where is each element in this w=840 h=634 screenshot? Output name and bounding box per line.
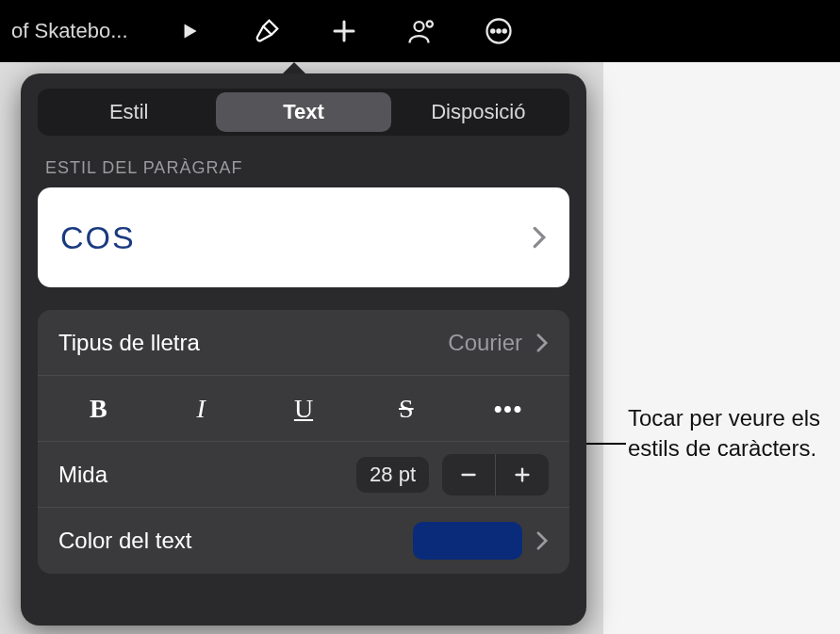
app-toolbar: of Skatebo... [0, 0, 840, 62]
bold-button[interactable]: B [47, 386, 150, 431]
text-color-row[interactable]: Color del text [38, 508, 569, 574]
size-stepper [442, 454, 549, 496]
chevron-right-icon [532, 225, 547, 250]
play-icon[interactable] [173, 15, 206, 47]
paragraph-style-name: COS [60, 219, 136, 256]
font-row[interactable]: Tipus de lletra Courier [38, 310, 569, 376]
italic-button[interactable]: I [150, 386, 253, 431]
svg-point-1 [426, 21, 432, 26]
size-label: Mida [58, 462, 107, 488]
tab-style[interactable]: Estil [41, 92, 216, 132]
text-color-swatch[interactable] [413, 522, 522, 560]
underline-button[interactable]: U [253, 386, 355, 431]
text-style-buttons: B I U S ••• [38, 376, 569, 442]
add-icon[interactable] [328, 15, 360, 47]
size-increase-button[interactable] [496, 454, 549, 496]
panel-tabs: Estil Text Disposició [38, 89, 569, 136]
chevron-right-icon [535, 333, 549, 353]
callout-text: Tocar per veure els estils de caràcters. [628, 403, 832, 464]
more-icon[interactable] [483, 15, 515, 47]
chevron-right-icon [535, 530, 549, 551]
toolbar-icons [162, 15, 829, 47]
strikethrough-button[interactable]: S [354, 386, 457, 431]
svg-point-4 [497, 29, 500, 32]
svg-point-0 [414, 22, 423, 31]
tab-text[interactable]: Text [216, 92, 390, 132]
format-panel: Estil Text Disposició ESTIL DEL PARÀGRAF… [21, 73, 586, 626]
size-value[interactable]: 28 pt [356, 457, 429, 493]
text-color-label: Color del text [58, 528, 191, 554]
tab-layout[interactable]: Disposició [391, 92, 566, 132]
paragraph-style-label: ESTIL DEL PARÀGRAF [45, 158, 562, 178]
format-brush-icon[interactable] [251, 15, 283, 47]
font-value: Courier [448, 330, 522, 356]
text-settings-group: Tipus de lletra Courier B I U S ••• Mida… [38, 310, 569, 574]
svg-point-5 [502, 29, 505, 32]
font-label: Tipus de lletra [58, 330, 200, 356]
svg-point-3 [491, 29, 494, 32]
more-text-options-button[interactable]: ••• [457, 386, 560, 431]
size-decrease-button[interactable] [442, 454, 495, 496]
paragraph-style-picker[interactable]: COS [38, 187, 569, 287]
size-row: Mida 28 pt [38, 442, 569, 508]
collaborate-icon[interactable] [405, 15, 437, 47]
document-title: of Skatebo... [11, 19, 128, 43]
